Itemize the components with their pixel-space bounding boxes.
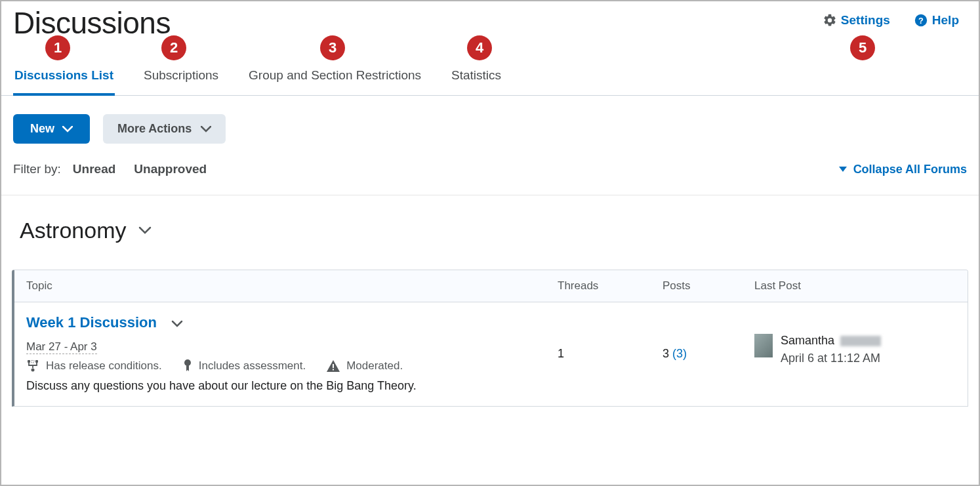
tab-subscriptions[interactable]: Subscriptions — [142, 59, 220, 95]
threads-count: 1 — [558, 314, 663, 393]
svg-rect-4 — [35, 360, 38, 363]
chevron-down-icon — [62, 122, 73, 136]
includes-assessment-text: Includes assessment. — [199, 359, 306, 373]
filter-by-label: Filter by: — [13, 162, 61, 176]
filter-unread[interactable]: Unread — [73, 162, 115, 176]
more-actions-label: More Actions — [117, 122, 192, 136]
tab-discussions-list[interactable]: Discussions List — [13, 59, 115, 96]
chevron-down-icon — [201, 122, 211, 136]
posts-unread-link[interactable]: (3) — [672, 347, 687, 360]
settings-link[interactable]: Settings — [823, 13, 890, 28]
topic-date-range[interactable]: Mar 27 - Apr 3 — [26, 340, 97, 354]
topics-table: Topic Threads Posts Last Post Week 1 Dis… — [12, 270, 968, 407]
topic-title-link[interactable]: Week 1 Discussion — [26, 314, 183, 331]
help-icon: ? — [914, 13, 928, 28]
topic-description: Discuss any questions you have about our… — [26, 379, 558, 393]
svg-text:?: ? — [918, 16, 924, 26]
annotation-marker-5: 5 — [850, 35, 875, 60]
new-button[interactable]: New — [13, 114, 90, 144]
chevron-down-icon[interactable] — [171, 314, 183, 331]
table-header: Topic Threads Posts Last Post — [14, 270, 968, 302]
help-label: Help — [932, 13, 959, 28]
filter-unapproved[interactable]: Unapproved — [134, 162, 207, 176]
svg-rect-3 — [31, 360, 34, 363]
new-button-label: New — [30, 122, 54, 136]
svg-rect-2 — [28, 360, 30, 363]
annotation-marker-2: 2 — [161, 35, 186, 60]
release-conditions-text: Has release conditions. — [46, 359, 162, 373]
gear-icon — [823, 13, 837, 28]
col-header-topic: Topic — [26, 279, 558, 293]
moderated-icon — [327, 360, 340, 372]
triangle-down-icon — [839, 167, 847, 172]
annotation-marker-1: 1 — [45, 35, 70, 60]
svg-point-6 — [184, 359, 191, 366]
redacted-surname — [840, 336, 881, 346]
posts-cell: 3 (3) — [663, 314, 754, 393]
tab-group-section-restrictions[interactable]: Group and Section Restrictions — [247, 59, 422, 95]
table-row: Week 1 Discussion Mar 27 - Apr 3 Has rel… — [14, 302, 968, 406]
svg-rect-8 — [333, 369, 334, 371]
settings-label: Settings — [841, 13, 890, 28]
forum-title: Astronomy — [20, 218, 127, 243]
collapse-all-forums[interactable]: Collapse All Forums — [839, 163, 967, 176]
topic-title-text: Week 1 Discussion — [26, 314, 157, 331]
tabs-nav: Discussions List Subscriptions Group and… — [1, 59, 979, 96]
assessment-icon — [183, 359, 192, 373]
col-header-posts: Posts — [663, 279, 754, 293]
avatar — [754, 334, 773, 357]
posts-total: 3 — [663, 347, 669, 360]
release-conditions-icon — [26, 360, 39, 372]
last-post-author: Samantha — [781, 334, 881, 348]
svg-point-5 — [31, 369, 35, 372]
svg-rect-7 — [333, 364, 334, 368]
col-header-last-post: Last Post — [754, 279, 956, 293]
forum-dropdown[interactable] — [138, 225, 152, 237]
last-post-time: April 6 at 11:12 AM — [781, 352, 881, 365]
tab-statistics[interactable]: Statistics — [450, 59, 502, 95]
moderated-text: Moderated. — [346, 359, 403, 373]
help-link[interactable]: ? Help — [914, 13, 959, 28]
col-header-threads: Threads — [558, 279, 663, 293]
annotation-marker-3: 3 — [320, 35, 345, 60]
collapse-label: Collapse All Forums — [853, 163, 967, 176]
annotation-marker-4: 4 — [467, 35, 492, 60]
more-actions-button[interactable]: More Actions — [103, 114, 226, 144]
